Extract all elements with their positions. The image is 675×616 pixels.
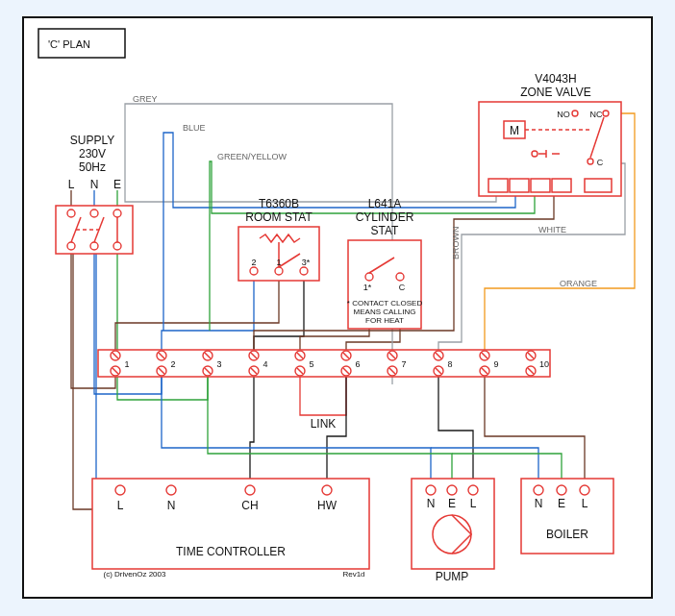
svg-point-6 [113, 242, 121, 250]
supply-N: N [90, 178, 99, 191]
cyl-stat-t1: 1* [363, 283, 372, 292]
svg-point-15 [300, 267, 308, 275]
supply-E: E [113, 178, 121, 191]
supply-L: L [68, 178, 75, 191]
svg-text:CH: CH [241, 499, 258, 512]
svg-point-4 [67, 242, 75, 250]
zone-valve-label: ZONE VALVE [520, 86, 591, 99]
zone-valve-M: M [510, 124, 519, 137]
boiler: N E L BOILER [521, 479, 613, 554]
svg-text:N: N [167, 499, 176, 512]
svg-point-105 [557, 485, 566, 495]
svg-point-95 [426, 485, 436, 495]
supply-voltage: 230V [79, 147, 106, 160]
room-stat: T6360B ROOM STAT 2 1 3* [238, 197, 319, 281]
room-stat-model: T6360B [259, 197, 299, 210]
svg-point-23 [572, 111, 578, 116]
boiler-label: BOILER [546, 528, 588, 541]
label-grey: GREY [133, 94, 158, 104]
svg-text:7: 7 [401, 359, 406, 369]
supply-switch [56, 206, 133, 254]
label-white: WHITE [538, 225, 566, 234]
pump-label: PUMP [436, 570, 469, 583]
svg-text:E: E [448, 497, 456, 510]
cyl-stat-label1: CYLINDER [356, 210, 414, 224]
room-stat-t1: 1 [276, 258, 281, 267]
cyl-stat-model: L641A [368, 197, 402, 210]
cyl-note3: FOR HEAT [365, 316, 404, 325]
cyl-stat-label2: STAT [371, 224, 400, 237]
zone-valve-NC: NC [590, 110, 603, 119]
supply-label: SUPPLY [70, 134, 114, 147]
svg-point-25 [588, 159, 593, 164]
cyl-note1: * CONTACT CLOSED [347, 299, 423, 308]
zone-valve-C: C [597, 158, 604, 167]
label-greenyellow: GREEN/YELLOW [217, 152, 288, 161]
svg-point-107 [580, 485, 589, 495]
svg-text:3: 3 [216, 359, 221, 369]
svg-point-2 [90, 209, 98, 217]
svg-point-99 [468, 485, 478, 495]
svg-point-3 [113, 209, 121, 217]
svg-point-28 [532, 151, 538, 157]
zone-valve-NO: NO [557, 110, 570, 119]
svg-text:N: N [427, 497, 436, 510]
pump: N E L PUMP [412, 479, 494, 583]
copyright: (c) DrivenOz 2003 [104, 570, 166, 579]
svg-point-97 [447, 485, 457, 495]
zone-valve-model: V4043H [535, 72, 576, 86]
label-blue: BLUE [183, 123, 206, 133]
room-stat-t3: 3* [302, 258, 311, 267]
time-controller-label: TIME CONTROLLER [176, 545, 286, 558]
svg-text:5: 5 [309, 359, 313, 369]
svg-point-86 [115, 485, 125, 495]
cyl-stat-tc: C [399, 283, 406, 292]
title-text: 'C' PLAN [48, 38, 90, 50]
svg-point-88 [166, 485, 176, 495]
room-stat-label: ROOM STAT [245, 210, 312, 224]
svg-text:HW: HW [317, 499, 338, 512]
svg-text:1: 1 [124, 359, 129, 369]
supply-freq: 50Hz [79, 160, 106, 174]
svg-text:10: 10 [539, 359, 549, 369]
cyl-note2: MEANS CALLING [354, 308, 416, 316]
label-orange: ORANGE [560, 279, 597, 288]
svg-text:9: 9 [493, 359, 498, 369]
svg-point-13 [250, 267, 258, 275]
svg-text:2: 2 [170, 359, 175, 369]
svg-text:E: E [558, 497, 565, 510]
svg-text:L: L [582, 497, 588, 510]
svg-text:6: 6 [355, 359, 360, 369]
wiring-diagram: 'C' PLAN GREY BLUE GREEN/YELLOW BROWN WH… [0, 0, 675, 616]
svg-point-92 [322, 485, 332, 495]
svg-text:4: 4 [262, 359, 267, 369]
svg-point-14 [275, 267, 283, 275]
svg-text:8: 8 [447, 359, 452, 369]
time-controller: L N CH HW TIME CONTROLLER [92, 479, 369, 569]
cylinder-stat: L641A CYLINDER STAT 1* C * CONTACT CLOSE… [347, 197, 423, 329]
svg-point-5 [90, 242, 98, 250]
revision: Rev1d [342, 570, 364, 579]
svg-text:L: L [117, 499, 124, 512]
svg-text:N: N [535, 497, 543, 510]
svg-point-103 [534, 485, 543, 495]
svg-point-18 [365, 273, 373, 281]
svg-text:L: L [470, 497, 477, 510]
label-brown: BROWN [451, 227, 461, 260]
link-label: LINK [311, 417, 337, 431]
svg-point-90 [245, 485, 255, 495]
room-stat-t2: 2 [251, 258, 256, 267]
svg-point-1 [67, 209, 75, 217]
svg-point-24 [603, 111, 609, 116]
svg-point-19 [396, 273, 404, 281]
